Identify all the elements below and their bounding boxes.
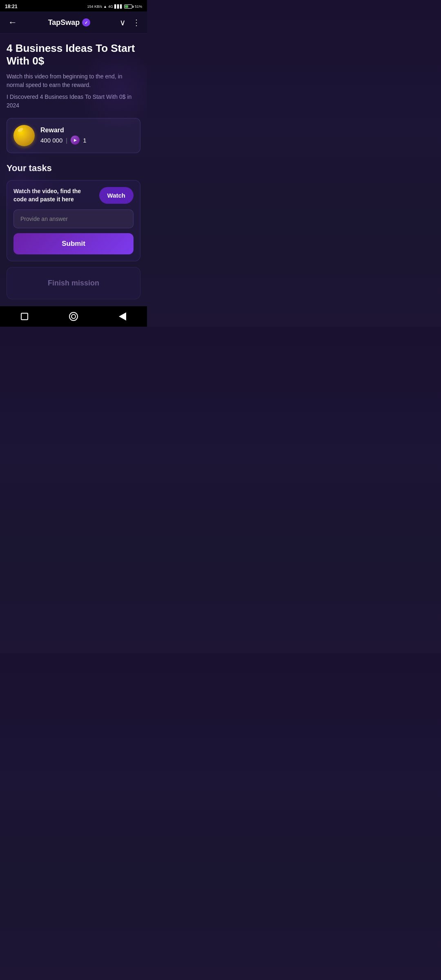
back-button[interactable]: ← [7,16,19,29]
finish-mission-label: Finish mission [48,279,99,287]
coin-icon [13,125,35,146]
task-header: Watch the video, find the code and paste… [13,187,134,204]
reward-label: Reward [40,127,86,134]
network-type: 4G [108,4,113,9]
play-icon: ▶ [71,136,80,145]
reward-info: Reward 400 000 | ▶ 1 [40,127,86,145]
nav-title: TapSwap ✓ [48,18,91,27]
watch-button[interactable]: Watch [99,187,134,204]
dropdown-icon[interactable]: ∨ [120,18,126,27]
battery-fill [125,5,128,8]
more-options-icon[interactable]: ⋮ [132,18,140,27]
battery-icon [124,4,134,9]
reward-tickets: 1 [83,137,86,144]
nav-square-button[interactable] [18,310,31,323]
nav-back-button[interactable] [116,310,129,323]
triangle-icon [119,312,126,321]
network-speed: 154 KB/s [87,4,102,9]
battery-percent: 51% [135,4,142,9]
page-subtitle: I Discovered 4 Business Ideas To Start W… [7,93,140,110]
status-time: 18:21 [5,4,18,9]
tasks-title: Your tasks [7,163,140,174]
task-description: Watch the video, find the code and paste… [13,187,94,203]
finish-mission-card[interactable]: Finish mission [7,267,140,299]
app-name: TapSwap [48,18,80,27]
signal-bars: ▋▋▋ [114,4,123,9]
nav-right: ∨ ⋮ [120,18,140,27]
square-icon [21,313,28,320]
verified-badge: ✓ [82,18,90,27]
reward-card: Reward 400 000 | ▶ 1 [7,118,140,153]
reward-separator: | [66,137,67,144]
status-bar: 18:21 154 KB/s ▲ 4G ▋▋▋ 51% [0,0,147,11]
answer-input[interactable] [13,209,134,228]
main-content: 4 Business Ideas To Start With 0$ Watch … [0,34,147,307]
circle-icon [69,312,78,321]
page-title: 4 Business Ideas To Start With 0$ [7,42,140,67]
status-right: 154 KB/s ▲ 4G ▋▋▋ 51% [87,4,142,9]
battery-tip [133,6,134,8]
battery-body [124,4,132,9]
reward-value: 400 000 | ▶ 1 [40,136,86,145]
page-description: Watch this video from beginning to the e… [7,72,140,89]
bottom-nav [0,306,147,327]
submit-button[interactable]: Submit [13,233,134,254]
signal-strength: ▲ [103,4,107,9]
nav-home-button[interactable] [67,310,80,323]
reward-amount: 400 000 [40,137,62,144]
nav-bar: ← TapSwap ✓ ∨ ⋮ [0,11,147,34]
task-card: Watch the video, find the code and paste… [7,180,140,261]
